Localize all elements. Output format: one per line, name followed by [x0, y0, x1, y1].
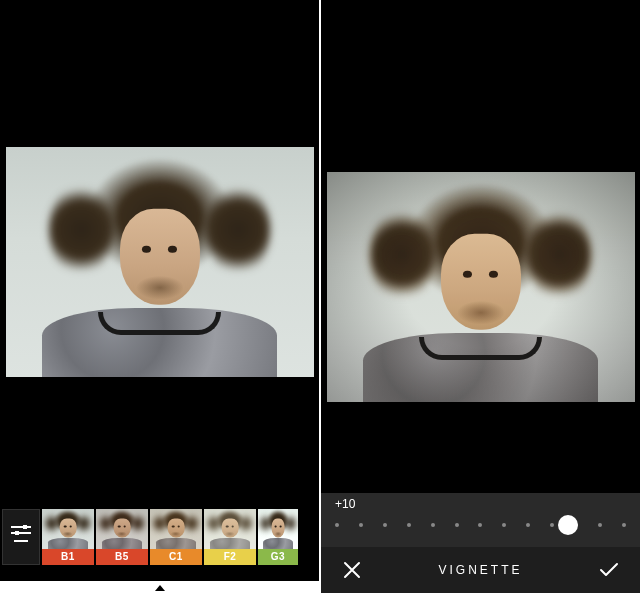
cancel-button[interactable]	[337, 555, 367, 585]
filter-thumb-c1[interactable]: C1	[150, 509, 202, 565]
confirm-button[interactable]	[594, 555, 624, 585]
minus-icon	[14, 540, 28, 542]
tool-confirm-bar: VIGNETTE	[321, 547, 640, 593]
tool-name-label: VIGNETTE	[438, 563, 522, 577]
vignette-effect	[327, 172, 635, 402]
filter-thumbnail-strip[interactable]: B1 B5 C1 F2 G3	[0, 509, 319, 581]
filter-label: B5	[96, 549, 148, 565]
slider-value-label: +10	[335, 497, 355, 511]
filter-label: G3	[258, 549, 298, 565]
close-icon	[343, 561, 361, 579]
filter-thumb-b5[interactable]: B5	[96, 509, 148, 565]
caret-up-icon[interactable]	[155, 585, 165, 591]
slider-panel: +10	[321, 493, 640, 547]
filter-label: C1	[150, 549, 202, 565]
filter-label: F2	[204, 549, 256, 565]
preview-area	[0, 0, 319, 593]
preview-image[interactable]	[6, 147, 314, 377]
check-icon	[599, 562, 619, 578]
preview-image[interactable]	[327, 172, 635, 402]
vignette-slider[interactable]	[335, 515, 626, 535]
bottom-margin	[0, 581, 319, 593]
filter-select-screen: B1 B5 C1 F2 G3	[0, 0, 319, 593]
filter-label: B1	[42, 549, 94, 565]
filter-thumb-g3[interactable]: G3	[258, 509, 298, 565]
filter-thumb-b1[interactable]: B1	[42, 509, 94, 565]
slider-handle[interactable]	[558, 515, 578, 535]
adjust-toggle-button[interactable]	[2, 509, 40, 565]
filter-thumb-f2[interactable]: F2	[204, 509, 256, 565]
adjust-tool-screen: +10 VIGNETTE	[321, 0, 640, 593]
